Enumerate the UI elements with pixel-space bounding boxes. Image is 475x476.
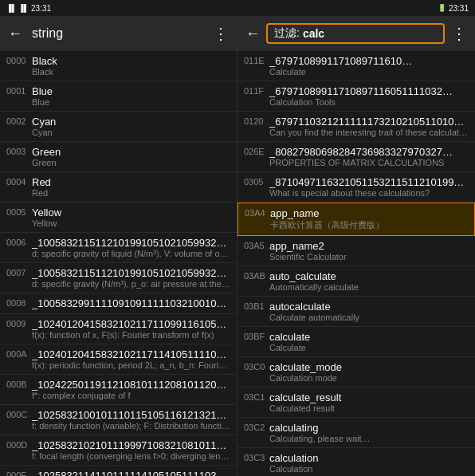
item-content: calculating Calculating, please wait… (269, 422, 469, 443)
right-list[interactable]: 011E _6797108991171089711610… Calculate … (238, 51, 475, 476)
left-menu-button[interactable]: ⋮ (213, 24, 229, 43)
left-list-item[interactable]: 0004 Red Red (0, 172, 237, 203)
item-index: 000B (6, 380, 32, 389)
right-list-item[interactable]: 03C1 calculate_result Calculated result (238, 387, 475, 418)
right-list-item[interactable]: 03AB auto_calculate Automatically calcul… (238, 266, 475, 297)
item-content: Green Green (32, 146, 230, 167)
item-index: 026E (244, 147, 269, 156)
filter-prefix: 过滤: (274, 26, 300, 41)
item-index: 03BF (244, 332, 269, 341)
item-key: _10240120415832102117114105111100… (32, 348, 230, 360)
left-list[interactable]: 0000 Black Black 0001 Blue Blue 0002 Cya… (0, 51, 237, 476)
item-content: _10058321151121019910510210599321… d: sp… (32, 267, 230, 289)
item-value: Black (32, 67, 230, 77)
item-index: 0000 (6, 56, 32, 65)
item-index: 011E (244, 56, 269, 65)
right-list-item[interactable]: 03C0 calculate_mode Calculation mode (238, 357, 475, 387)
item-key: _10258321141101111141051051111032… (32, 470, 230, 476)
left-list-item[interactable]: 000C _10258321001011101151051161213210… … (0, 405, 237, 435)
right-list-item[interactable]: 03A4 app_name 卡西欧计算器（高级付费版） (238, 203, 475, 236)
left-list-item[interactable]: 0005 Yellow Yellow (0, 203, 237, 233)
item-value: Can you find the interesting trait of th… (269, 128, 469, 137)
item-key: _67971103212111111732102105110103… (269, 116, 469, 128)
right-list-item[interactable]: 026E _80827980698284736983327970327… PRO… (238, 142, 475, 172)
left-list-item[interactable]: 0003 Green Green (0, 142, 237, 172)
item-key: calculate_result (269, 391, 469, 403)
item-index: 0003 (6, 147, 32, 156)
item-key: autocalculate (269, 301, 469, 313)
item-key: calculation (269, 452, 469, 464)
item-value: PROPERTIES OF MATRIX CALCULATIONS (269, 158, 469, 167)
right-list-item[interactable]: 011F _67971089911710897116051111032… Cal… (238, 81, 475, 112)
item-key: _10058321151121019910510210599321… (32, 237, 230, 249)
right-list-item[interactable]: 0120 _67971103212111111732102105110103… … (238, 112, 475, 142)
item-index: 03C0 (244, 362, 269, 372)
item-content: calculate_result Calculated result (269, 391, 469, 413)
left-list-item[interactable]: 000A _10240120415832102117114105111100… … (0, 344, 237, 375)
item-key: _6797108991171089711610… (269, 55, 469, 67)
left-list-item[interactable]: 0001 Blue Blue (0, 81, 237, 112)
item-key: Blue (32, 85, 230, 97)
left-panel: ← string ⋮ 0000 Black Black 0001 Blue Bl… (0, 16, 238, 476)
item-index: 0009 (6, 319, 32, 328)
item-value: Calculate (269, 343, 469, 352)
item-content: Black Black (32, 55, 230, 77)
filter-value[interactable]: calc (303, 27, 324, 40)
right-list-item[interactable]: 03BF calculate Calculate (238, 327, 475, 357)
item-index: 0120 (244, 116, 269, 126)
left-list-item[interactable]: 0002 Cyan Cyan (0, 112, 237, 142)
item-content: _67971089911710897116051111032… Calculat… (269, 85, 469, 107)
right-list-item[interactable]: 03C2 calculating Calculating, please wai… (238, 418, 475, 448)
right-panel-header: ← 过滤: calc ⋮ (238, 16, 475, 51)
right-list-item[interactable]: 03A5 app_name2 Scientific Calculator (238, 236, 475, 266)
item-content: Yellow Yellow (32, 207, 230, 228)
left-list-item[interactable]: 0007 _10058321151121019910510210599321… … (0, 263, 237, 293)
left-list-item[interactable]: 000E _10258321141101111141051051111032… … (0, 466, 237, 476)
left-back-button[interactable]: ← (8, 26, 22, 42)
signal-icons: ▐▌ ▐▌ (6, 4, 29, 12)
item-value: What is special about these calculations… (269, 188, 469, 198)
item-value: Calculation mode (269, 373, 469, 383)
item-content: auto_calculate Automatically calculate (269, 270, 469, 292)
item-index: 03C1 (244, 392, 269, 402)
item-key: _80827980698284736983327970327… (269, 146, 469, 158)
item-index: 011F (244, 86, 269, 96)
item-key: _10258321021011199971083210810110… (32, 439, 230, 451)
item-value: Calculation (269, 464, 469, 474)
right-list-item[interactable]: 0305 _87104971163210511532115112101991… … (238, 172, 475, 203)
item-key: _10058321151121019910510210599321… (32, 267, 230, 279)
right-back-button[interactable]: ← (245, 26, 260, 42)
item-index: 03C2 (244, 423, 269, 432)
item-index: 0001 (6, 86, 32, 96)
left-list-item[interactable]: 0006 _10058321151121019910510210599321… … (0, 233, 237, 263)
left-list-item[interactable]: 000D _10258321021011199971083210810110… … (0, 435, 237, 466)
item-value: Calculated result (269, 403, 469, 413)
item-content: app_name2 Scientific Calculator (269, 240, 469, 262)
item-content: _10258321021011199971083210810110… f: fo… (32, 439, 230, 461)
left-list-item[interactable]: 000B _10242250119112108101112081011203… … (0, 375, 237, 405)
item-index: 0305 (244, 177, 269, 187)
left-list-item[interactable]: 0000 Black Black (0, 51, 237, 81)
item-content: calculate Calculate (269, 331, 469, 352)
item-value: f(x): function of x, F(s): Fourier trans… (32, 330, 230, 340)
item-index: 0008 (6, 298, 32, 308)
item-index: 0004 (6, 177, 32, 187)
left-list-item[interactable]: 0009 _10240120415832102117110991161051… … (0, 314, 237, 344)
item-value: Calculation Tools (269, 97, 469, 107)
right-menu-button[interactable]: ⋮ (451, 24, 467, 43)
right-list-item[interactable]: 03B1 autocalculate Calculate automatical… (238, 297, 475, 327)
right-list-item[interactable]: 011E _6797108991171089711610… Calculate (238, 51, 475, 81)
item-value: 卡西欧计算器（高级付费版） (270, 219, 468, 231)
item-key: _10240120415832102117110991161051… (32, 318, 230, 330)
item-content: calculate_mode Calculation mode (269, 361, 469, 383)
left-list-item[interactable]: 0008 _10058329911110910911111032100105… (0, 293, 237, 314)
item-content: _67971103212111111732102105110103… Can y… (269, 116, 469, 137)
item-index: 03AB (244, 271, 269, 281)
item-content: _10258321001011101151051161213210… f: de… (32, 409, 230, 431)
right-list-item[interactable]: 03C3 calculation Calculation (238, 448, 475, 476)
item-index: 000D (6, 440, 32, 450)
item-index: 03B1 (244, 301, 269, 311)
item-key: _87104971163210511532115112101991… (269, 176, 469, 188)
item-index: 000E (6, 470, 32, 476)
status-left: ▐▌ ▐▌ 23:31 (6, 4, 51, 13)
